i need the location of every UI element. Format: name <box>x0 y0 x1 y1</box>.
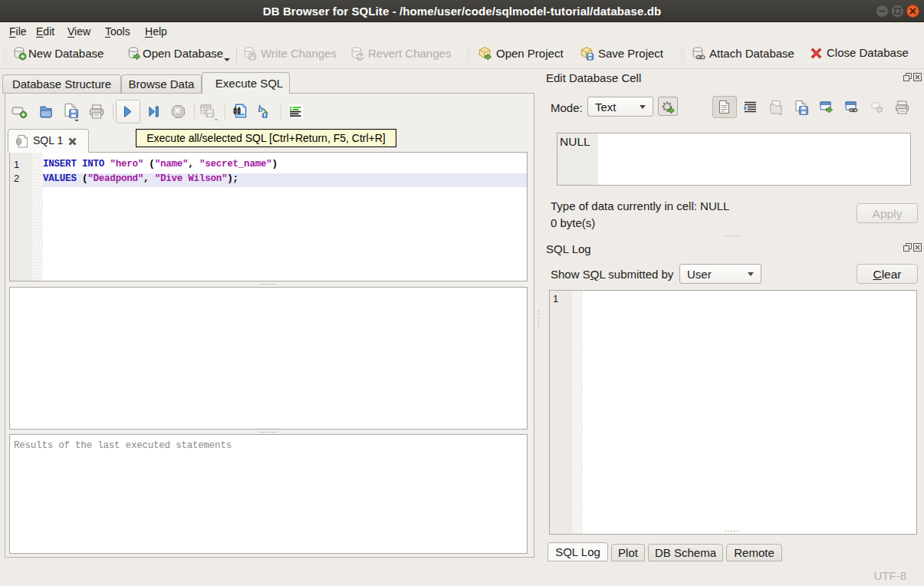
svg-text:a: a <box>262 107 268 120</box>
